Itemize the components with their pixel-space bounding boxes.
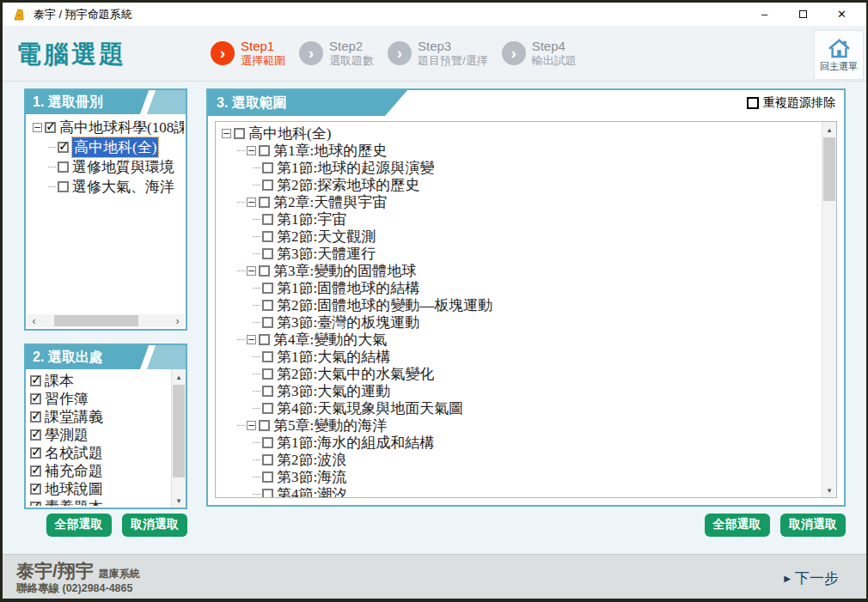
collapse-icon[interactable] [247, 266, 256, 276]
checkbox[interactable] [262, 231, 273, 242]
tree-label[interactable]: 選修大氣、海洋 [72, 177, 174, 197]
checkbox[interactable] [30, 483, 41, 495]
vertical-scrollbar[interactable]: ▴ ▾ [171, 369, 186, 508]
collapse-icon[interactable] [247, 421, 256, 430]
scroll-left-icon[interactable]: ‹ [28, 314, 40, 327]
checkbox[interactable] [259, 197, 270, 208]
tree-row[interactable]: 第3節:天體運行 [219, 245, 836, 262]
tree-row[interactable]: 高中地科(全) [30, 137, 184, 157]
tree-row[interactable]: 第3章:變動的固體地球 [219, 262, 836, 279]
vertical-scrollbar[interactable]: ▴ ▾ [822, 122, 836, 497]
tree-row[interactable]: 第1章:地球的歷史 [219, 142, 836, 159]
tree-row[interactable]: 第1節:大氣的結構 [219, 348, 836, 365]
checkbox[interactable] [30, 502, 41, 506]
checkbox[interactable] [30, 429, 41, 441]
horizontal-scrollbar[interactable]: ‹ › [28, 314, 184, 327]
scrollbar-track[interactable] [40, 314, 171, 327]
tree-row[interactable]: 第4節:潮汐 [219, 485, 836, 498]
source-item[interactable]: 學測題 [30, 426, 169, 444]
checkbox[interactable] [262, 368, 273, 380]
checkbox[interactable] [262, 283, 273, 294]
tree-row[interactable]: 第1節:地球的起源與演變 [219, 159, 836, 176]
tree-row[interactable]: 第1節:宇宙 [219, 210, 836, 228]
checkbox[interactable] [259, 420, 270, 431]
checkbox[interactable] [58, 142, 69, 153]
maximize-button[interactable] [784, 3, 822, 26]
checkbox[interactable] [30, 465, 41, 477]
tree-row[interactable]: 第2節:固體地球的變動—板塊運動 [219, 296, 836, 313]
checkbox[interactable] [234, 128, 245, 139]
next-step-button[interactable]: ▶ 下一步 [784, 569, 839, 588]
collapse-icon[interactable] [247, 335, 256, 344]
source-item[interactable]: 課本 [30, 372, 169, 390]
source-item[interactable]: 名校試題 [30, 444, 169, 462]
checkbox[interactable] [262, 489, 273, 499]
collapse-icon[interactable] [247, 146, 256, 155]
scrollbar-thumb[interactable] [54, 315, 138, 326]
scroll-right-icon[interactable]: › [171, 314, 184, 327]
checkbox[interactable] [259, 265, 270, 277]
select-all-button[interactable]: 全部選取 [46, 514, 112, 537]
checkbox[interactable] [30, 393, 41, 404]
checkbox[interactable] [262, 454, 273, 465]
checkbox[interactable] [259, 334, 270, 345]
tree-label[interactable]: 第4節:潮汐 [277, 484, 346, 499]
tree-row[interactable]: 第3節:海流 [219, 468, 836, 485]
source-item[interactable]: 習作簿 [30, 390, 169, 408]
checkbox[interactable] [30, 411, 41, 423]
tree-row[interactable]: 選修地質與環境 [30, 157, 184, 177]
select-all-button[interactable]: 全部選取 [705, 514, 770, 537]
tree-row[interactable]: 第1節:海水的組成和結構 [219, 434, 836, 451]
tree-label[interactable]: 選修地質與環境 [72, 157, 174, 177]
checkbox[interactable] [30, 375, 41, 386]
close-button[interactable]: ✕ [822, 3, 861, 26]
source-item[interactable]: 課堂講義 [30, 408, 169, 426]
checkbox[interactable] [262, 179, 273, 191]
home-button[interactable]: 回主選單 [814, 30, 864, 80]
deselect-button[interactable]: 取消選取 [780, 514, 846, 537]
tree-row[interactable]: 第2節:大氣中的水氣變化 [219, 365, 836, 382]
deselect-button[interactable]: 取消選取 [122, 514, 187, 537]
collapse-icon[interactable] [247, 198, 256, 207]
checkbox[interactable] [262, 437, 273, 448]
collapse-icon[interactable] [222, 129, 231, 138]
checkbox[interactable] [262, 403, 273, 414]
checkbox[interactable] [747, 97, 759, 109]
tree-label[interactable]: 高中地球科學(108課綱) [59, 118, 184, 137]
checkbox[interactable] [45, 122, 56, 133]
checkbox[interactable] [262, 248, 273, 259]
scrollbar-thumb[interactable] [823, 137, 835, 201]
tree-row[interactable]: 高中地科(全) [219, 125, 836, 142]
source-item[interactable]: 補充命題 [30, 462, 169, 480]
tree-row[interactable]: 第2節:探索地球的歷史 [219, 176, 836, 193]
tree-row[interactable]: 第4節:天氣現象與地面天氣圖 [219, 399, 836, 417]
checkbox[interactable] [58, 181, 69, 192]
checkbox[interactable] [262, 300, 273, 311]
checkbox[interactable] [262, 162, 273, 173]
collapse-icon[interactable] [33, 123, 42, 132]
tree-row[interactable]: 第3節:大氣的運動 [219, 382, 836, 399]
tree-row[interactable]: 第2章:天體與宇宙 [219, 193, 836, 210]
tree-row[interactable]: 第2節:波浪 [219, 451, 836, 468]
tree-row[interactable]: 選修大氣、海洋 [30, 177, 184, 197]
source-item[interactable]: 素養題本 [30, 498, 169, 506]
tree-row[interactable]: 第3節:臺灣的板塊運動 [219, 313, 836, 331]
tree-row[interactable]: 高中地球科學(108課綱) [30, 118, 184, 137]
source-item[interactable]: 地球說圖 [30, 480, 169, 498]
checkbox[interactable] [58, 161, 69, 173]
tree-row[interactable]: 第5章:變動的海洋 [219, 417, 836, 434]
checkbox[interactable] [262, 214, 273, 225]
checkbox[interactable] [262, 386, 273, 397]
scroll-down-icon[interactable]: ▾ [172, 493, 186, 508]
scroll-up-icon[interactable]: ▴ [822, 122, 836, 137]
checkbox[interactable] [262, 317, 273, 328]
tree-row[interactable]: 第4章:變動的大氣 [219, 331, 836, 348]
checkbox[interactable] [262, 351, 273, 362]
checkbox[interactable] [30, 447, 41, 459]
checkbox[interactable] [259, 145, 270, 156]
scrollbar-thumb[interactable] [173, 385, 185, 477]
scroll-up-icon[interactable]: ▴ [172, 369, 186, 384]
tree-label-selected[interactable]: 高中地科(全) [72, 137, 158, 157]
tree-row[interactable]: 第1節:固體地球的結構 [219, 279, 836, 296]
scroll-down-icon[interactable]: ▾ [822, 483, 836, 497]
